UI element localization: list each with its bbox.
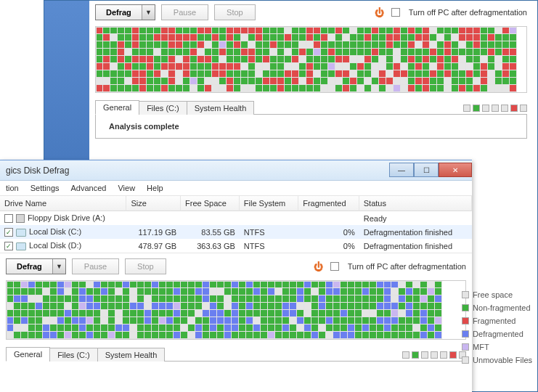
cluster-cell (270, 78, 277, 85)
cluster-cell (212, 27, 219, 34)
cluster-cell (401, 70, 408, 78)
cluster-cell (444, 78, 452, 85)
cluster-cell (50, 303, 57, 310)
cluster-cell (154, 78, 161, 85)
cell-status: Defragmentation finished (359, 225, 472, 239)
column-header[interactable]: Size (126, 196, 181, 211)
cluster-cell (408, 63, 415, 70)
tab-files[interactable]: Files (C:) (49, 348, 98, 362)
cluster-cell (159, 281, 166, 288)
legend-label: Unmovable Files (473, 356, 532, 364)
cluster-cell (304, 310, 311, 317)
cluster-cell (7, 317, 14, 324)
cluster-cell (495, 49, 502, 56)
cluster-cell (14, 281, 21, 288)
cluster-cell (115, 281, 123, 288)
row-checkbox[interactable] (4, 228, 13, 237)
stop-button[interactable]: Stop (125, 258, 166, 274)
column-header[interactable]: Free Space (181, 196, 240, 211)
cluster-cell (108, 295, 115, 303)
cluster-cell (282, 288, 290, 295)
cluster-cell (348, 324, 355, 332)
cluster-cell (152, 324, 159, 332)
table-row[interactable]: Local Disk (D:)478.97 GB363.63 GBNTFS0%D… (0, 239, 472, 253)
titlebar[interactable]: gics Disk Defrag — ☐ ✕ (0, 160, 472, 181)
cluster-cell (282, 317, 290, 324)
cluster-cell (50, 317, 57, 324)
menu-action[interactable]: tion (6, 184, 19, 192)
tab-general[interactable]: General (6, 347, 50, 362)
cluster-cell (282, 281, 290, 288)
defrag-dropdown[interactable]: Defrag ▼ (95, 4, 155, 20)
close-button[interactable]: ✕ (439, 163, 472, 177)
cluster-cell (96, 49, 103, 56)
cluster-cell (188, 303, 195, 310)
cluster-cell (123, 303, 130, 310)
cluster-cell (420, 288, 428, 295)
cluster-cell (147, 49, 154, 56)
cluster-cell (144, 288, 152, 295)
cluster-cell (290, 281, 297, 288)
column-header[interactable]: File System (240, 196, 298, 211)
menu-view[interactable]: View (118, 184, 135, 192)
cluster-cell (197, 27, 205, 34)
menu-advanced[interactable]: Advanced (71, 184, 107, 192)
cluster-cell (147, 34, 154, 41)
cluster-cell (190, 56, 197, 63)
cluster-cell (147, 70, 154, 78)
cluster-cell (183, 56, 190, 63)
tab-system-health[interactable]: System Health (97, 348, 166, 362)
stop-button[interactable]: Stop (214, 4, 256, 20)
minimize-button[interactable]: — (389, 163, 414, 177)
turnoff-checkbox[interactable] (330, 262, 339, 271)
cluster-cell (253, 317, 261, 324)
tab-system-health[interactable]: System Health (187, 101, 255, 115)
column-header[interactable]: Fragmented (298, 196, 359, 211)
menu-help[interactable]: Help (147, 184, 163, 192)
turnoff-checkbox[interactable] (391, 8, 400, 17)
table-row[interactable]: Local Disk (C:)117.19 GB83.55 GBNTFS0%De… (0, 225, 472, 239)
cluster-cell (176, 85, 183, 92)
cluster-cell (115, 332, 123, 339)
tab-general[interactable]: General (95, 100, 139, 115)
cluster-cell (263, 34, 270, 41)
cluster-cell (355, 324, 362, 332)
cluster-cell (292, 27, 299, 34)
column-header[interactable]: Drive Name (0, 196, 126, 211)
table-row[interactable]: Floppy Disk Drive (A:)Ready (0, 211, 472, 225)
cluster-cell (183, 27, 190, 34)
cluster-cell (115, 303, 123, 310)
cluster-cell (406, 332, 413, 339)
cluster-cell (72, 281, 79, 288)
maximize-button[interactable]: ☐ (414, 163, 439, 177)
cluster-cell (28, 288, 36, 295)
cluster-cell (168, 34, 176, 41)
column-header[interactable]: Status (359, 196, 472, 211)
legend-swatch (492, 105, 499, 112)
cluster-cell (227, 27, 234, 34)
cluster-cell (50, 295, 57, 303)
cluster-cell (166, 332, 174, 339)
cluster-cell (386, 56, 394, 63)
defrag-dropdown[interactable]: Defrag ▼ (6, 258, 66, 274)
row-checkbox[interactable] (4, 214, 13, 223)
cluster-cell (319, 324, 326, 332)
cluster-cell (261, 288, 268, 295)
cluster-cell (217, 324, 224, 332)
cluster-cell (253, 310, 261, 317)
cluster-cell (57, 317, 65, 324)
cluster-cell (65, 303, 72, 310)
row-checkbox[interactable] (4, 242, 13, 250)
cluster-cell (195, 281, 203, 288)
menu-settings[interactable]: Settings (30, 184, 60, 192)
cluster-cell (408, 56, 415, 63)
cluster-cell (205, 78, 212, 85)
cluster-cell (285, 85, 292, 92)
cluster-cell (423, 27, 430, 34)
cluster-cell (282, 310, 290, 317)
pause-button[interactable]: Pause (161, 4, 208, 20)
foreground-window: gics Disk Defrag — ☐ ✕ tion Settings Adv… (0, 160, 472, 392)
tab-files[interactable]: Files (C:) (139, 101, 187, 115)
cluster-cell (328, 63, 335, 70)
pause-button[interactable]: Pause (72, 258, 119, 274)
